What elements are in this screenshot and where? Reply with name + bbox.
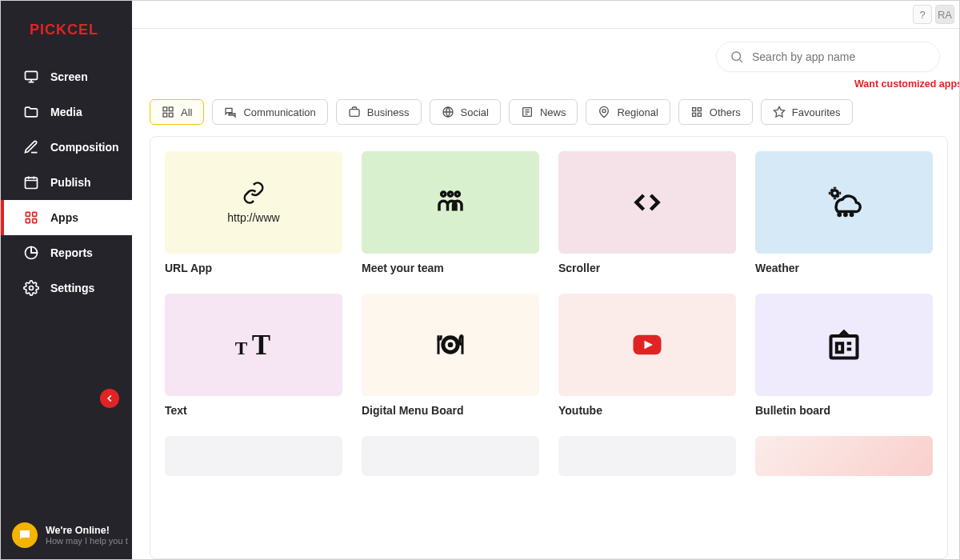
bulletin-icon [825, 327, 863, 362]
svg-rect-9 [169, 107, 173, 111]
app-card-weather[interactable]: Weather [755, 151, 933, 274]
chip-label: All [181, 106, 192, 118]
app-label: Weather [755, 262, 933, 274]
app-card-placeholder[interactable] [558, 436, 736, 476]
svg-rect-1 [26, 178, 38, 188]
main: ? RA Want customized apps All Communicat… [132, 1, 959, 559]
nav-screen[interactable]: Screen [1, 59, 132, 94]
monitor-icon [23, 69, 39, 85]
svg-rect-8 [163, 107, 167, 111]
app-card-placeholder[interactable] [755, 436, 933, 476]
search-row [132, 29, 959, 75]
globe-icon [442, 106, 454, 118]
search-box[interactable] [716, 42, 940, 72]
svg-rect-16 [692, 108, 695, 111]
svg-point-20 [442, 192, 446, 196]
app-tile [558, 294, 736, 396]
app-card-scroller[interactable]: Scroller [558, 151, 736, 274]
svg-point-15 [602, 110, 606, 113]
chip-label: Favourites [792, 106, 841, 118]
svg-text:T: T [235, 338, 248, 358]
nav-label: Reports [50, 246, 93, 259]
app-tile [755, 151, 933, 254]
nav-apps[interactable]: Apps [1, 200, 132, 235]
chip-label: Regional [617, 106, 658, 118]
svg-rect-10 [163, 113, 167, 117]
svg-rect-5 [33, 219, 37, 223]
search-input[interactable] [752, 50, 926, 63]
chat-icon [224, 106, 237, 118]
apps-icon [23, 210, 39, 226]
app-tile: http://www [165, 151, 342, 254]
filter-all[interactable]: All [150, 99, 204, 125]
brand-logo: PICKCEL [1, 1, 132, 59]
chat-widget[interactable]: We're Online! How may I help you t [12, 522, 128, 548]
nav-label: Media [50, 106, 82, 118]
nav-publish[interactable]: Publish [1, 165, 132, 200]
app-card-text[interactable]: TT Text [165, 294, 342, 417]
app-label: Scroller [558, 262, 736, 274]
svg-point-7 [732, 52, 741, 61]
filter-communication[interactable]: Communication [212, 99, 327, 125]
topbar: ? RA [132, 1, 959, 29]
svg-rect-19 [698, 113, 701, 116]
filter-news[interactable]: News [509, 99, 578, 125]
collapse-sidebar-button[interactable] [100, 389, 119, 408]
app-label: Youtube [558, 404, 736, 417]
piechart-icon [23, 245, 39, 261]
svg-point-23 [832, 190, 838, 197]
text-icon: TT [231, 329, 276, 361]
team-icon [430, 186, 471, 219]
filter-social[interactable]: Social [430, 99, 501, 125]
app-tile [755, 294, 933, 396]
chat-status: We're Online! [46, 525, 128, 536]
chip-label: Social [461, 106, 489, 118]
gear-icon [23, 280, 39, 296]
nav-label: Screen [50, 70, 88, 83]
nav-media[interactable]: Media [1, 94, 132, 130]
svg-rect-12 [350, 110, 359, 117]
chip-label: Communication [243, 106, 315, 118]
nav-composition[interactable]: Composition [1, 130, 132, 165]
app-card-placeholder[interactable] [362, 436, 539, 476]
nav-label: Composition [50, 141, 119, 154]
star-icon [773, 106, 786, 118]
app-label: Meet your team [362, 262, 539, 274]
grid-icon [162, 106, 174, 118]
sidebar: PICKCEL Screen Media Composition Publish… [1, 1, 132, 559]
svg-rect-11 [169, 113, 173, 117]
filter-favourites[interactable]: Favourites [761, 99, 853, 125]
app-card-digital-menu-board[interactable]: Digital Menu Board [362, 294, 539, 417]
nav-reports[interactable]: Reports [1, 235, 132, 270]
app-label: Bulletin board [755, 404, 933, 417]
avatar[interactable]: RA [935, 5, 954, 24]
app-tile [558, 151, 736, 254]
custom-apps-link[interactable]: Want customized apps [132, 75, 960, 94]
chat-icon [12, 522, 38, 548]
chip-label: Business [367, 106, 410, 118]
apps-grid-container: http://www URL App Meet your team Scroll… [150, 136, 948, 559]
edit-icon [23, 139, 39, 155]
svg-text:T: T [252, 330, 270, 361]
svg-rect-2 [26, 212, 30, 216]
youtube-icon [623, 328, 671, 362]
app-card-bulletin-board[interactable]: Bulletin board [755, 294, 933, 417]
app-label: Digital Menu Board [362, 404, 539, 417]
app-card-url-app[interactable]: http://www URL App [165, 151, 342, 274]
filter-business[interactable]: Business [336, 99, 422, 125]
filter-others[interactable]: Others [678, 99, 753, 125]
app-card-youtube[interactable]: Youtube [558, 294, 736, 417]
app-tile: TT [165, 294, 342, 396]
calendar-icon [23, 174, 39, 190]
svg-point-25 [845, 214, 846, 215]
help-button[interactable]: ? [913, 5, 932, 24]
app-tile [165, 436, 342, 476]
app-card-placeholder[interactable] [165, 436, 342, 476]
svg-rect-18 [692, 113, 695, 116]
menu-board-icon [428, 329, 473, 361]
briefcase-icon [348, 106, 361, 118]
filter-regional[interactable]: Regional [586, 99, 670, 125]
code-icon [626, 188, 668, 217]
app-card-meet-your-team[interactable]: Meet your team [362, 151, 539, 274]
nav-settings[interactable]: Settings [1, 270, 132, 306]
